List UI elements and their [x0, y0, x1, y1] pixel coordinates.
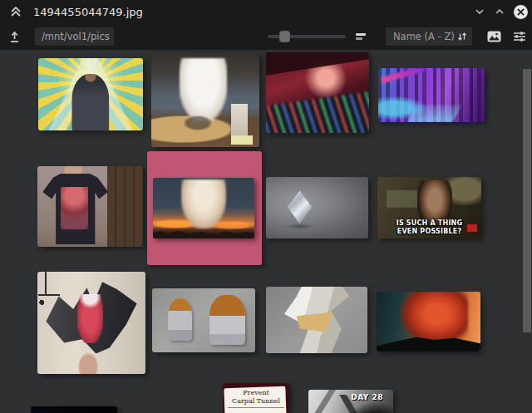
thumbnail-galah-bird[interactable]	[37, 272, 145, 374]
thumbnail-caption: Prevent	[223, 389, 289, 396]
slider-handle[interactable]	[279, 31, 290, 42]
thumbnail-day28-meme[interactable]: DAY 28	[308, 390, 393, 413]
thumbnail-size-slider[interactable]	[268, 31, 346, 42]
thumbnail-kitten-desk[interactable]	[151, 53, 259, 147]
path-input[interactable]: /mnt/vol1/pics	[35, 27, 114, 46]
upload-arrow-icon	[8, 31, 21, 43]
image-view-button[interactable]	[487, 31, 501, 42]
sort-dropdown[interactable]: Name (A - Z)	[386, 27, 472, 46]
close-button[interactable]	[514, 5, 528, 19]
sort-lines-icon[interactable]	[356, 32, 367, 42]
thumbnail-aliens-meme[interactable]: IS SUCH A THINGEVEN POSSIBLE?	[377, 177, 481, 238]
double-chevron-up-icon	[9, 5, 22, 18]
thumbnail-cyberpunk-city[interactable]	[378, 68, 485, 122]
collapse-panel-icon[interactable]	[8, 4, 23, 19]
thumbnail-grid: IS SUCH A THINGEVEN POSSIBLE?PreventCarp…	[0, 50, 532, 413]
window-title: 1494455044749.jpg	[33, 6, 143, 18]
chevron-up-icon[interactable]	[492, 4, 507, 19]
thumbnail-caption: Carpal Tunnel	[228, 397, 283, 408]
chevron-down-icon[interactable]	[472, 4, 487, 19]
scrollbar-thumb[interactable]	[523, 69, 531, 332]
sort-label: Name (A - Z)	[393, 31, 455, 42]
filter-settings-button[interactable]	[513, 31, 526, 42]
thumbnail-lowpoly-model[interactable]	[266, 287, 367, 353]
thumbnail-red-eruption[interactable]	[377, 292, 480, 352]
thumbnail-dwarf-3d[interactable]	[152, 288, 255, 352]
thumbnail-caption: DAY 28	[351, 393, 383, 401]
thumbnail-tshirt[interactable]	[37, 166, 143, 247]
thumbnail-earth-horizon[interactable]	[31, 406, 117, 413]
thumbnail-explosion-cloud[interactable]	[153, 178, 254, 238]
thumbnail-cat-keyboard[interactable]	[266, 52, 369, 133]
picture-icon	[487, 31, 501, 42]
titlebar: 1494455044749.jpg	[0, 0, 532, 23]
image-browser-window: 1494455044749.jpg /mnt/vol1/pics	[0, 0, 532, 413]
sliders-icon	[513, 31, 526, 42]
toolbar: /mnt/vol1/pics Name (A - Z)	[0, 23, 532, 50]
sort-direction-icon	[456, 31, 468, 42]
thumbnail-caption: EVEN POSSIBLE?	[377, 228, 481, 235]
thumbnail-carpal-poster[interactable]: PreventCarpal TunnelNO	[223, 383, 289, 413]
go-up-directory-button[interactable]	[7, 29, 22, 44]
thumbnail-caption: IS SUCH A THING	[377, 219, 481, 227]
thumbnail-comic-deity[interactable]	[38, 58, 143, 130]
thumbnail-octahedron[interactable]	[266, 177, 368, 238]
close-icon	[517, 8, 525, 16]
